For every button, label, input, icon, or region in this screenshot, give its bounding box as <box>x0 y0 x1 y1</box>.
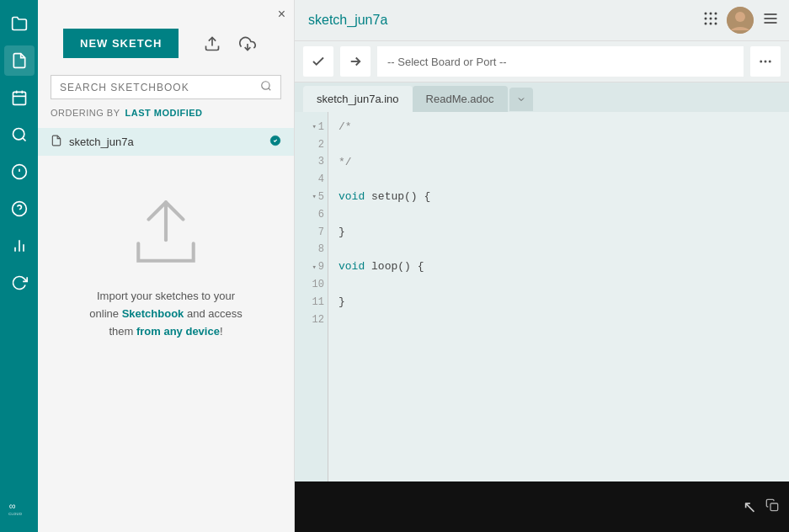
sidebar-icon-help[interactable] <box>4 194 35 224</box>
user-avatar[interactable] <box>727 7 754 34</box>
upload-icon <box>115 191 216 275</box>
svg-point-29 <box>710 23 712 25</box>
code-line-11: } <box>339 294 779 311</box>
svg-text:∞: ∞ <box>9 501 16 511</box>
export-sketch-button[interactable] <box>233 29 262 58</box>
code-content[interactable]: /* */ void setup() { } void loop() { } <box>328 112 789 481</box>
svg-point-4 <box>13 129 24 140</box>
close-button[interactable]: × <box>278 7 285 22</box>
line-number-8: 8 <box>298 242 324 259</box>
search-input[interactable] <box>60 82 253 93</box>
editor-area: sketch_jun7a <box>295 0 789 532</box>
line-number-12: 12 <box>298 311 324 329</box>
tab-sketch-label: sketch_jun7a.ino <box>317 93 399 105</box>
sidebar: ∞ CLOUD <box>0 0 38 532</box>
sketch-list-item[interactable]: sketch_jun7a <box>38 128 294 156</box>
panel-header: × <box>38 0 294 29</box>
line-number-6: 6 <box>298 206 324 224</box>
code-line-12 <box>339 311 779 329</box>
search-box <box>51 75 281 99</box>
ordering-bar: ORDERING BY LAST MODIFIED <box>38 99 294 126</box>
tab-dropdown-button[interactable] <box>509 88 533 111</box>
code-line-10 <box>339 276 779 294</box>
arduino-logo: ∞ CLOUD <box>4 490 35 520</box>
svg-point-19 <box>262 82 269 89</box>
svg-point-37 <box>760 61 762 63</box>
board-select-container[interactable]: -- Select Board or Port -- <box>377 46 744 77</box>
bottom-bar: ↖ <box>295 481 789 532</box>
svg-point-25 <box>705 18 707 20</box>
svg-point-30 <box>715 23 717 25</box>
sidebar-icon-plotter[interactable] <box>4 231 35 261</box>
code-line-2 <box>339 136 779 154</box>
code-line-3: */ <box>339 154 779 172</box>
open-sketch-button[interactable] <box>198 29 227 58</box>
line-number-1: ▾1 <box>298 119 324 136</box>
svg-point-24 <box>715 13 717 15</box>
ordering-value[interactable]: LAST MODIFIED <box>125 108 203 118</box>
cursor-icon: ↖ <box>743 497 757 517</box>
code-line-6 <box>339 206 779 224</box>
svg-point-32 <box>735 12 745 22</box>
tab-readme[interactable]: ReadMe.adoc <box>413 86 508 112</box>
sketch-item-name: sketch_jun7a <box>69 136 263 148</box>
upload-text: Import your sketches to your online Sket… <box>89 288 242 340</box>
svg-point-23 <box>710 13 712 15</box>
tab-readme-label: ReadMe.adoc <box>426 93 494 105</box>
svg-point-28 <box>705 23 707 25</box>
line-number-9: ▾9 <box>298 258 324 276</box>
sidebar-bottom: ∞ CLOUD <box>4 490 35 524</box>
new-sketch-button[interactable]: NEW SKETCH <box>63 29 179 58</box>
sketch-item-badge <box>269 135 281 149</box>
svg-text:CLOUD: CLOUD <box>8 512 22 516</box>
line-number-5: ▾5 <box>298 189 324 206</box>
upload-highlight-1: Sketchbook <box>122 307 184 320</box>
line-number-11: 11 <box>298 294 324 311</box>
line-numbers: ▾1 2 3 4 ▾5 6 7 8 ▾9 10 11 12 <box>295 112 328 481</box>
sidebar-icon-search[interactable] <box>4 120 35 150</box>
grid-icon[interactable] <box>703 11 718 29</box>
svg-rect-40 <box>770 503 778 511</box>
copy-icon[interactable] <box>765 498 779 515</box>
code-line-9: void loop() { <box>339 258 779 276</box>
sidebar-icon-boards[interactable] <box>4 268 35 298</box>
sketch-file-icon <box>51 135 62 149</box>
verify-button[interactable] <box>303 46 333 77</box>
code-line-5: void setup() { <box>339 189 779 206</box>
line-number-10: 10 <box>298 276 324 294</box>
app-title: sketch_jun7a <box>305 13 696 28</box>
more-options-button[interactable] <box>750 46 781 77</box>
code-line-1: /* <box>339 119 779 136</box>
line-number-7: 7 <box>298 224 324 242</box>
svg-point-27 <box>715 18 717 20</box>
svg-line-5 <box>22 138 25 141</box>
sidebar-icon-sketchbook[interactable] <box>4 45 35 76</box>
upload-button[interactable] <box>340 46 371 77</box>
menu-icon[interactable] <box>762 10 779 30</box>
svg-rect-0 <box>13 92 25 104</box>
code-line-8 <box>339 242 779 259</box>
code-line-4 <box>339 171 779 189</box>
tab-sketch[interactable]: sketch_jun7a.ino <box>303 86 413 112</box>
svg-point-26 <box>710 18 712 20</box>
sidebar-icon-examples[interactable] <box>4 82 35 113</box>
line-number-2: 2 <box>298 136 324 154</box>
sketchbook-panel: × NEW SKETCH ORDERING BY LAST MODIFIED <box>38 0 295 532</box>
svg-point-22 <box>705 13 707 15</box>
editor-header: sketch_jun7a <box>295 0 789 41</box>
svg-point-39 <box>769 61 771 63</box>
line-number-3: 3 <box>298 154 324 172</box>
search-icon <box>260 80 272 94</box>
sidebar-icon-folder[interactable] <box>4 8 35 39</box>
tabs-bar: sketch_jun7a.ino ReadMe.adoc <box>295 82 789 112</box>
svg-point-38 <box>765 61 767 63</box>
code-editor: ▾1 2 3 4 ▾5 6 7 8 ▾9 10 11 12 /* */ void… <box>295 112 789 481</box>
line-number-4: 4 <box>298 171 324 189</box>
sidebar-icon-debug[interactable] <box>4 157 35 187</box>
header-icons <box>703 7 779 34</box>
toolbar: -- Select Board or Port -- <box>295 41 789 82</box>
ordering-label: ORDERING BY <box>51 108 120 118</box>
code-line-7: } <box>339 224 779 242</box>
upload-area: Import your sketches to your online Sket… <box>38 174 294 357</box>
svg-line-20 <box>269 88 271 91</box>
